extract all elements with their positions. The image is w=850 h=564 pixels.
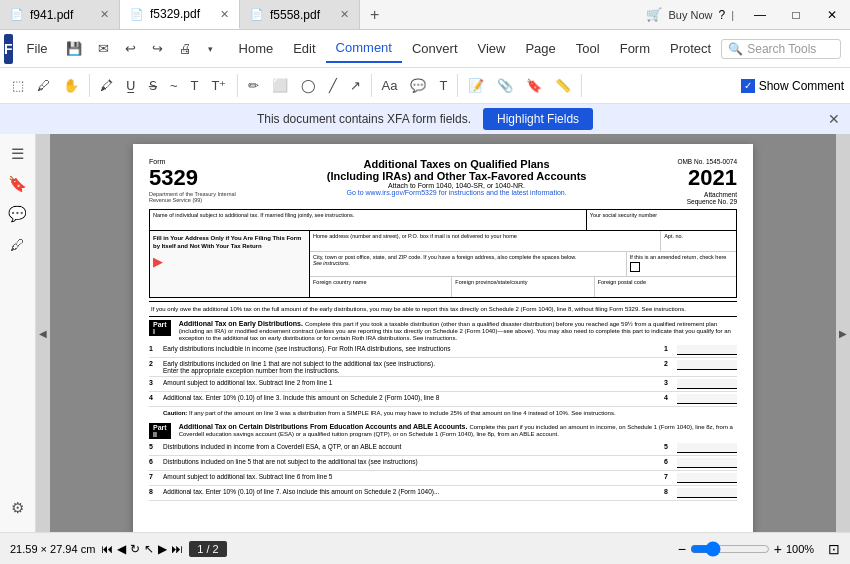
- sidebar-settings-icon[interactable]: ⚙: [4, 494, 32, 522]
- toolbar-print[interactable]: 🖨: [173, 37, 198, 60]
- replace-text-tool[interactable]: T: [185, 74, 205, 97]
- line-tool[interactable]: ╱: [323, 74, 343, 97]
- tab-close-f941[interactable]: ✕: [100, 8, 109, 21]
- sidebar-sign-icon[interactable]: 🖊: [4, 230, 32, 258]
- show-comment-area: ✓ Show Comment: [741, 79, 844, 93]
- tab-f941[interactable]: 📄 f941.pdf ✕: [0, 0, 120, 29]
- line-box-1[interactable]: [677, 345, 737, 355]
- tab-f5329[interactable]: 📄 f5329.pdf ✕: [120, 0, 240, 29]
- minimize-button[interactable]: —: [742, 0, 778, 30]
- tab-close-f5329[interactable]: ✕: [220, 8, 229, 21]
- menu-comment[interactable]: Comment: [326, 34, 402, 63]
- menu-file[interactable]: File: [17, 35, 58, 62]
- nav-last-btn[interactable]: ⏭: [171, 542, 183, 556]
- right-nav-arrow[interactable]: ▶: [836, 134, 850, 532]
- zoom-out-btn[interactable]: −: [678, 541, 686, 557]
- part2-lines: 5 Distributions included in income from …: [149, 441, 737, 501]
- nav-refresh-icon[interactable]: ↻: [130, 542, 140, 556]
- sidebar-pages-icon[interactable]: ☰: [4, 140, 32, 168]
- insert-text-tool[interactable]: T⁺: [206, 74, 233, 97]
- typewriter-tool[interactable]: T: [433, 74, 453, 97]
- line-right-3: 3: [659, 379, 673, 386]
- left-sidebar: ☰ 🔖 💬 🖊 ⚙: [0, 134, 36, 532]
- measure-tool[interactable]: 📏: [549, 74, 577, 97]
- callout-tool[interactable]: 💬: [404, 74, 432, 97]
- arrow-tool[interactable]: ↗: [344, 74, 367, 97]
- address-value[interactable]: [313, 239, 657, 249]
- show-comment-checkbox[interactable]: ✓: [741, 79, 755, 93]
- stamp-tool[interactable]: 🔖: [520, 74, 548, 97]
- highlight-fields-button[interactable]: Highlight Fields: [483, 108, 593, 130]
- apt-value[interactable]: [664, 239, 733, 249]
- line-box-2[interactable]: [677, 360, 737, 370]
- toolbar-redo[interactable]: ↪: [146, 37, 169, 60]
- fill-address-note-text: Fill in Your Address Only if You Are Fil…: [153, 235, 301, 249]
- select-annot[interactable]: 🖊: [31, 74, 56, 97]
- sticky-note-tool[interactable]: 📝: [462, 74, 490, 97]
- underline-tool[interactable]: U̲: [120, 74, 142, 97]
- select-tool[interactable]: ⬚: [6, 74, 30, 97]
- line-box-7[interactable]: [677, 473, 737, 483]
- omb-box: OMB No. 1545-0074 2021 Attachment Sequen…: [677, 158, 737, 205]
- city-value[interactable]: [313, 266, 623, 274]
- line-box-6[interactable]: [677, 458, 737, 468]
- toolbar-print-arrow[interactable]: ▾: [202, 40, 219, 58]
- squiggly-tool[interactable]: ~: [164, 74, 184, 97]
- foreign-postal-value[interactable]: [598, 285, 733, 295]
- menu-tool[interactable]: Tool: [566, 35, 610, 62]
- menu-form[interactable]: Form: [610, 35, 660, 62]
- menu-edit[interactable]: Edit: [283, 35, 325, 62]
- tb-icon-1: |: [731, 9, 734, 21]
- apt-cell: Apt. no.: [661, 231, 736, 251]
- name-value[interactable]: [153, 218, 583, 228]
- attach-tool[interactable]: 📎: [491, 74, 519, 97]
- fit-page-btn[interactable]: ⊡: [828, 541, 840, 557]
- line-box-3[interactable]: [677, 379, 737, 389]
- line-box-8[interactable]: [677, 488, 737, 498]
- foreign-province-value[interactable]: [455, 285, 590, 295]
- sidebar-bookmarks-icon[interactable]: 🔖: [4, 170, 32, 198]
- ssn-value[interactable]: [590, 218, 733, 228]
- nav-first-btn[interactable]: ⏮: [101, 542, 113, 556]
- close-button[interactable]: ✕: [814, 0, 850, 30]
- left-nav-arrow[interactable]: ◀: [36, 134, 50, 532]
- pencil-tool[interactable]: ✏: [242, 74, 265, 97]
- line-box-4[interactable]: [677, 394, 737, 404]
- city-row: City, town or post office, state, and ZI…: [310, 252, 736, 277]
- line-text-7: Amount subject to additional tax. Subtra…: [163, 473, 655, 480]
- banner-close-button[interactable]: ✕: [828, 111, 840, 127]
- comment-toolbar: ⬚ 🖊 ✋ 🖍 U̲ S̶ ~ T T⁺ ✏ ⬜ ◯ ╱ ↗ Aa 💬 T 📝 …: [0, 68, 850, 104]
- foreign-country-value[interactable]: [313, 285, 448, 295]
- menu-page[interactable]: Page: [515, 35, 565, 62]
- menu-convert[interactable]: Convert: [402, 35, 468, 62]
- search-tools-box[interactable]: 🔍 Search Tools: [721, 39, 841, 59]
- text-box-tool[interactable]: Aa: [376, 74, 404, 97]
- name-row: Name of individual subject to additional…: [149, 209, 737, 230]
- line-box-5[interactable]: [677, 443, 737, 453]
- tab-close-f5558[interactable]: ✕: [340, 8, 349, 21]
- shape-tool[interactable]: ◯: [295, 74, 322, 97]
- toolbar-email[interactable]: ✉: [92, 37, 115, 60]
- eraser-tool[interactable]: ⬜: [266, 74, 294, 97]
- menu-protect[interactable]: Protect: [660, 35, 721, 62]
- toolbar-save[interactable]: 💾: [60, 37, 88, 60]
- hand-tool[interactable]: ✋: [57, 74, 85, 97]
- highlight-tool[interactable]: 🖍: [94, 74, 119, 97]
- menu-home[interactable]: Home: [229, 35, 284, 62]
- toolbar-undo[interactable]: ↩: [119, 37, 142, 60]
- sidebar-comments-icon[interactable]: 💬: [4, 200, 32, 228]
- maximize-button[interactable]: □: [778, 0, 814, 30]
- tab-f5558[interactable]: 📄 f5558.pdf ✕: [240, 0, 360, 29]
- zoom-slider[interactable]: [690, 541, 770, 557]
- amended-checkbox[interactable]: [630, 262, 640, 272]
- buy-now-icon: 🛒: [646, 7, 662, 22]
- nav-prev-btn[interactable]: ◀: [117, 542, 126, 556]
- nav-next-btn[interactable]: ▶: [158, 542, 167, 556]
- zoom-in-btn[interactable]: +: [774, 541, 782, 557]
- new-tab-button[interactable]: +: [360, 0, 389, 29]
- strikethrough-tool[interactable]: S̶: [143, 74, 163, 97]
- help-icon[interactable]: ?: [718, 8, 725, 22]
- buy-now-label[interactable]: Buy Now: [668, 9, 712, 21]
- nav-cursor-icon[interactable]: ↖: [144, 542, 154, 556]
- menu-view[interactable]: View: [468, 35, 516, 62]
